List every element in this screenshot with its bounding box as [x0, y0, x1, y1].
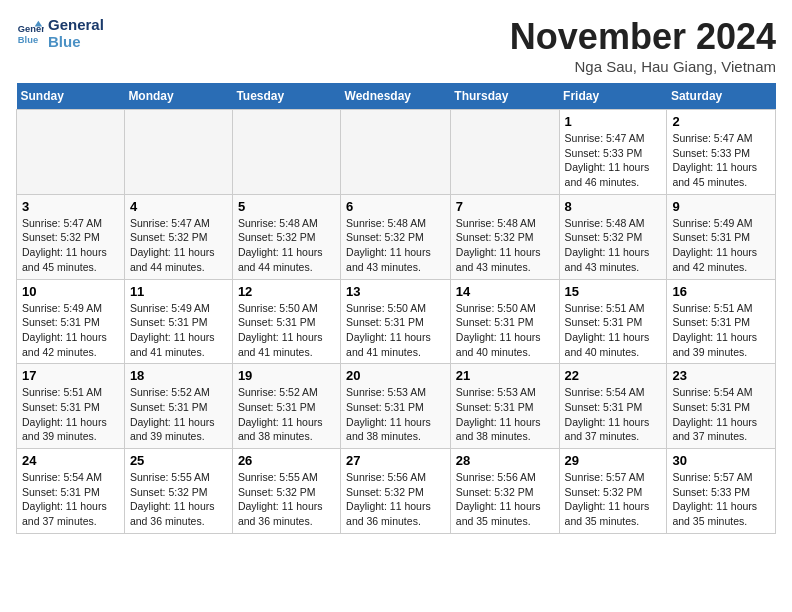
month-title: November 2024 [510, 16, 776, 58]
day-number: 3 [22, 199, 119, 214]
day-number: 7 [456, 199, 554, 214]
day-number: 28 [456, 453, 554, 468]
calendar-cell-3-6: 15Sunrise: 5:51 AM Sunset: 5:31 PM Dayli… [559, 279, 667, 364]
week-row-5: 24Sunrise: 5:54 AM Sunset: 5:31 PM Dayli… [17, 449, 776, 534]
day-number: 18 [130, 368, 227, 383]
calendar-cell-4-6: 22Sunrise: 5:54 AM Sunset: 5:31 PM Dayli… [559, 364, 667, 449]
cell-info: Sunrise: 5:56 AM Sunset: 5:32 PM Dayligh… [456, 470, 554, 529]
calendar-cell-5-6: 29Sunrise: 5:57 AM Sunset: 5:32 PM Dayli… [559, 449, 667, 534]
calendar-cell-5-7: 30Sunrise: 5:57 AM Sunset: 5:33 PM Dayli… [667, 449, 776, 534]
calendar-cell-2-6: 8Sunrise: 5:48 AM Sunset: 5:32 PM Daylig… [559, 194, 667, 279]
weekday-saturday: Saturday [667, 83, 776, 110]
cell-info: Sunrise: 5:54 AM Sunset: 5:31 PM Dayligh… [22, 470, 119, 529]
day-number: 15 [565, 284, 662, 299]
calendar-cell-4-2: 18Sunrise: 5:52 AM Sunset: 5:31 PM Dayli… [124, 364, 232, 449]
calendar-cell-3-2: 11Sunrise: 5:49 AM Sunset: 5:31 PM Dayli… [124, 279, 232, 364]
calendar-cell-1-5 [450, 110, 559, 195]
calendar-cell-2-7: 9Sunrise: 5:49 AM Sunset: 5:31 PM Daylig… [667, 194, 776, 279]
calendar-table: SundayMondayTuesdayWednesdayThursdayFrid… [16, 83, 776, 534]
cell-info: Sunrise: 5:53 AM Sunset: 5:31 PM Dayligh… [346, 385, 445, 444]
calendar-cell-5-3: 26Sunrise: 5:55 AM Sunset: 5:32 PM Dayli… [232, 449, 340, 534]
day-number: 9 [672, 199, 770, 214]
cell-info: Sunrise: 5:47 AM Sunset: 5:32 PM Dayligh… [22, 216, 119, 275]
weekday-friday: Friday [559, 83, 667, 110]
day-number: 24 [22, 453, 119, 468]
cell-info: Sunrise: 5:51 AM Sunset: 5:31 PM Dayligh… [672, 301, 770, 360]
calendar-cell-1-4 [341, 110, 451, 195]
calendar-cell-2-1: 3Sunrise: 5:47 AM Sunset: 5:32 PM Daylig… [17, 194, 125, 279]
cell-info: Sunrise: 5:48 AM Sunset: 5:32 PM Dayligh… [456, 216, 554, 275]
weekday-monday: Monday [124, 83, 232, 110]
calendar-body: 1Sunrise: 5:47 AM Sunset: 5:33 PM Daylig… [17, 110, 776, 534]
cell-info: Sunrise: 5:49 AM Sunset: 5:31 PM Dayligh… [22, 301, 119, 360]
calendar-cell-1-2 [124, 110, 232, 195]
calendar-cell-2-4: 6Sunrise: 5:48 AM Sunset: 5:32 PM Daylig… [341, 194, 451, 279]
calendar-cell-3-4: 13Sunrise: 5:50 AM Sunset: 5:31 PM Dayli… [341, 279, 451, 364]
day-number: 14 [456, 284, 554, 299]
cell-info: Sunrise: 5:47 AM Sunset: 5:33 PM Dayligh… [565, 131, 662, 190]
calendar-cell-3-3: 12Sunrise: 5:50 AM Sunset: 5:31 PM Dayli… [232, 279, 340, 364]
calendar-cell-3-1: 10Sunrise: 5:49 AM Sunset: 5:31 PM Dayli… [17, 279, 125, 364]
cell-info: Sunrise: 5:53 AM Sunset: 5:31 PM Dayligh… [456, 385, 554, 444]
title-block: November 2024 Nga Sau, Hau Giang, Vietna… [510, 16, 776, 75]
logo-blue: Blue [48, 33, 104, 50]
cell-info: Sunrise: 5:51 AM Sunset: 5:31 PM Dayligh… [565, 301, 662, 360]
weekday-thursday: Thursday [450, 83, 559, 110]
cell-info: Sunrise: 5:54 AM Sunset: 5:31 PM Dayligh… [672, 385, 770, 444]
week-row-1: 1Sunrise: 5:47 AM Sunset: 5:33 PM Daylig… [17, 110, 776, 195]
calendar-cell-5-4: 27Sunrise: 5:56 AM Sunset: 5:32 PM Dayli… [341, 449, 451, 534]
calendar-cell-3-5: 14Sunrise: 5:50 AM Sunset: 5:31 PM Dayli… [450, 279, 559, 364]
svg-text:Blue: Blue [18, 35, 38, 45]
day-number: 11 [130, 284, 227, 299]
weekday-header-row: SundayMondayTuesdayWednesdayThursdayFrid… [17, 83, 776, 110]
cell-info: Sunrise: 5:57 AM Sunset: 5:32 PM Dayligh… [565, 470, 662, 529]
calendar-cell-4-3: 19Sunrise: 5:52 AM Sunset: 5:31 PM Dayli… [232, 364, 340, 449]
day-number: 12 [238, 284, 335, 299]
calendar-cell-2-5: 7Sunrise: 5:48 AM Sunset: 5:32 PM Daylig… [450, 194, 559, 279]
day-number: 13 [346, 284, 445, 299]
cell-info: Sunrise: 5:49 AM Sunset: 5:31 PM Dayligh… [130, 301, 227, 360]
calendar-cell-1-3 [232, 110, 340, 195]
calendar-cell-4-7: 23Sunrise: 5:54 AM Sunset: 5:31 PM Dayli… [667, 364, 776, 449]
calendar-cell-2-3: 5Sunrise: 5:48 AM Sunset: 5:32 PM Daylig… [232, 194, 340, 279]
cell-info: Sunrise: 5:52 AM Sunset: 5:31 PM Dayligh… [130, 385, 227, 444]
cell-info: Sunrise: 5:49 AM Sunset: 5:31 PM Dayligh… [672, 216, 770, 275]
day-number: 26 [238, 453, 335, 468]
day-number: 29 [565, 453, 662, 468]
cell-info: Sunrise: 5:54 AM Sunset: 5:31 PM Dayligh… [565, 385, 662, 444]
day-number: 5 [238, 199, 335, 214]
cell-info: Sunrise: 5:47 AM Sunset: 5:32 PM Dayligh… [130, 216, 227, 275]
day-number: 17 [22, 368, 119, 383]
day-number: 6 [346, 199, 445, 214]
calendar-cell-4-5: 21Sunrise: 5:53 AM Sunset: 5:31 PM Dayli… [450, 364, 559, 449]
location: Nga Sau, Hau Giang, Vietnam [510, 58, 776, 75]
calendar-cell-1-7: 2Sunrise: 5:47 AM Sunset: 5:33 PM Daylig… [667, 110, 776, 195]
cell-info: Sunrise: 5:50 AM Sunset: 5:31 PM Dayligh… [456, 301, 554, 360]
day-number: 2 [672, 114, 770, 129]
logo-general: General [48, 16, 104, 33]
day-number: 4 [130, 199, 227, 214]
calendar-cell-5-1: 24Sunrise: 5:54 AM Sunset: 5:31 PM Dayli… [17, 449, 125, 534]
day-number: 20 [346, 368, 445, 383]
day-number: 22 [565, 368, 662, 383]
week-row-2: 3Sunrise: 5:47 AM Sunset: 5:32 PM Daylig… [17, 194, 776, 279]
calendar-cell-5-5: 28Sunrise: 5:56 AM Sunset: 5:32 PM Dayli… [450, 449, 559, 534]
weekday-tuesday: Tuesday [232, 83, 340, 110]
day-number: 8 [565, 199, 662, 214]
day-number: 10 [22, 284, 119, 299]
calendar-cell-2-2: 4Sunrise: 5:47 AM Sunset: 5:32 PM Daylig… [124, 194, 232, 279]
page-header: General Blue General Blue November 2024 … [16, 16, 776, 75]
day-number: 23 [672, 368, 770, 383]
calendar-cell-4-4: 20Sunrise: 5:53 AM Sunset: 5:31 PM Dayli… [341, 364, 451, 449]
week-row-4: 17Sunrise: 5:51 AM Sunset: 5:31 PM Dayli… [17, 364, 776, 449]
day-number: 1 [565, 114, 662, 129]
cell-info: Sunrise: 5:48 AM Sunset: 5:32 PM Dayligh… [565, 216, 662, 275]
day-number: 16 [672, 284, 770, 299]
day-number: 25 [130, 453, 227, 468]
cell-info: Sunrise: 5:55 AM Sunset: 5:32 PM Dayligh… [130, 470, 227, 529]
cell-info: Sunrise: 5:50 AM Sunset: 5:31 PM Dayligh… [346, 301, 445, 360]
week-row-3: 10Sunrise: 5:49 AM Sunset: 5:31 PM Dayli… [17, 279, 776, 364]
logo-icon: General Blue [16, 19, 44, 47]
weekday-wednesday: Wednesday [341, 83, 451, 110]
cell-info: Sunrise: 5:55 AM Sunset: 5:32 PM Dayligh… [238, 470, 335, 529]
